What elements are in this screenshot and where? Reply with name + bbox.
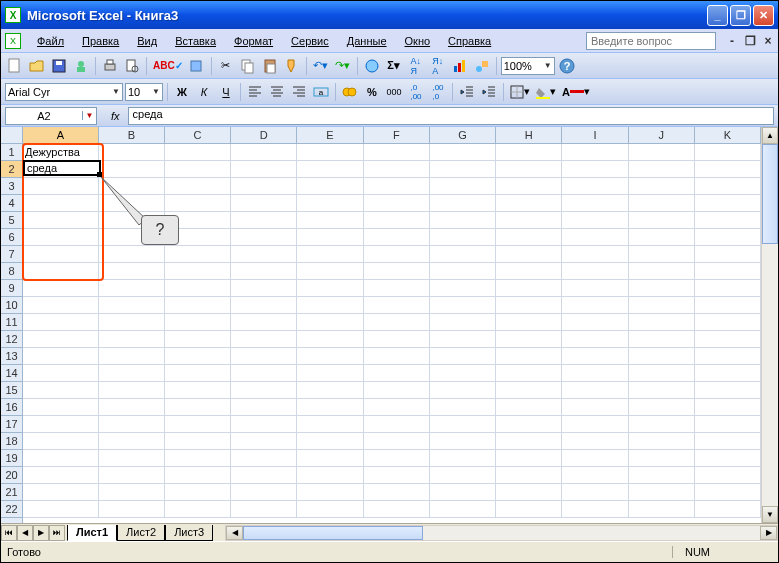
- redo-button[interactable]: ↷▾: [333, 56, 353, 76]
- column-header-H[interactable]: H: [496, 127, 562, 143]
- select-all-corner[interactable]: [1, 127, 23, 144]
- cell-I12[interactable]: [562, 331, 628, 348]
- cell-F20[interactable]: [364, 467, 430, 484]
- cell-D1[interactable]: [231, 144, 297, 161]
- new-button[interactable]: [5, 56, 25, 76]
- cell-F9[interactable]: [364, 280, 430, 297]
- row-header-11[interactable]: 11: [1, 314, 22, 331]
- scroll-right-button[interactable]: ▶: [760, 526, 777, 540]
- cell-G6[interactable]: [430, 229, 496, 246]
- cell-K5[interactable]: [695, 212, 761, 229]
- cell-K16[interactable]: [695, 399, 761, 416]
- cell-F22[interactable]: [364, 501, 430, 518]
- name-box[interactable]: A2 ▼: [5, 107, 97, 125]
- cell-B16[interactable]: [99, 399, 165, 416]
- cell-C1[interactable]: [165, 144, 231, 161]
- cell-B10[interactable]: [99, 297, 165, 314]
- cell-G2[interactable]: [430, 161, 496, 178]
- cell-A3[interactable]: [23, 178, 99, 195]
- cell-A4[interactable]: [23, 195, 99, 212]
- mdi-minimize-button[interactable]: -: [726, 35, 738, 47]
- cell-K12[interactable]: [695, 331, 761, 348]
- cell-E20[interactable]: [297, 467, 363, 484]
- cell-J8[interactable]: [629, 263, 695, 280]
- row-header-4[interactable]: 4: [1, 195, 22, 212]
- help-button[interactable]: ?: [557, 56, 577, 76]
- cell-J15[interactable]: [629, 382, 695, 399]
- column-header-F[interactable]: F: [364, 127, 430, 143]
- autosum-button[interactable]: Σ▾: [384, 56, 404, 76]
- cell-B21[interactable]: [99, 484, 165, 501]
- cell-I4[interactable]: [562, 195, 628, 212]
- cell-F15[interactable]: [364, 382, 430, 399]
- vscroll-thumb[interactable]: [762, 144, 778, 244]
- cell-C22[interactable]: [165, 501, 231, 518]
- hyperlink-button[interactable]: [362, 56, 382, 76]
- cell-C8[interactable]: [165, 263, 231, 280]
- cell-J11[interactable]: [629, 314, 695, 331]
- cell-K3[interactable]: [695, 178, 761, 195]
- cell-E9[interactable]: [297, 280, 363, 297]
- cell-G3[interactable]: [430, 178, 496, 195]
- cell-B8[interactable]: [99, 263, 165, 280]
- cell-J1[interactable]: [629, 144, 695, 161]
- cell-A13[interactable]: [23, 348, 99, 365]
- tab-nav-first[interactable]: ⏮: [1, 525, 17, 541]
- paste-button[interactable]: [260, 56, 280, 76]
- cell-C9[interactable]: [165, 280, 231, 297]
- cell-G13[interactable]: [430, 348, 496, 365]
- underline-button[interactable]: Ч: [216, 82, 236, 102]
- permissions-button[interactable]: [71, 56, 91, 76]
- drawing-button[interactable]: [472, 56, 492, 76]
- cell-D17[interactable]: [231, 416, 297, 433]
- cell-A8[interactable]: [23, 263, 99, 280]
- cell-H18[interactable]: [496, 433, 562, 450]
- sheet-tab-2[interactable]: Лист2: [117, 525, 165, 541]
- menu-edit[interactable]: Правка: [74, 33, 127, 49]
- cell-I17[interactable]: [562, 416, 628, 433]
- cell-K11[interactable]: [695, 314, 761, 331]
- borders-button[interactable]: ▾: [508, 82, 532, 102]
- cell-C2[interactable]: [165, 161, 231, 178]
- cell-K7[interactable]: [695, 246, 761, 263]
- column-header-J[interactable]: J: [629, 127, 695, 143]
- cell-F12[interactable]: [364, 331, 430, 348]
- scroll-left-button[interactable]: ◀: [226, 526, 243, 540]
- row-header-17[interactable]: 17: [1, 416, 22, 433]
- cell-B7[interactable]: [99, 246, 165, 263]
- vertical-scrollbar[interactable]: ▲ ▼: [761, 127, 778, 523]
- cell-C13[interactable]: [165, 348, 231, 365]
- menu-tools[interactable]: Сервис: [283, 33, 337, 49]
- cell-F18[interactable]: [364, 433, 430, 450]
- cell-J10[interactable]: [629, 297, 695, 314]
- cell-H13[interactable]: [496, 348, 562, 365]
- cell-C11[interactable]: [165, 314, 231, 331]
- currency-button[interactable]: [340, 82, 360, 102]
- cell-J3[interactable]: [629, 178, 695, 195]
- cell-K15[interactable]: [695, 382, 761, 399]
- cell-K9[interactable]: [695, 280, 761, 297]
- cell-G7[interactable]: [430, 246, 496, 263]
- increase-decimal-button[interactable]: ,0,00: [406, 82, 426, 102]
- cell-E19[interactable]: [297, 450, 363, 467]
- cell-D20[interactable]: [231, 467, 297, 484]
- cell-J13[interactable]: [629, 348, 695, 365]
- cell-G14[interactable]: [430, 365, 496, 382]
- cell-F14[interactable]: [364, 365, 430, 382]
- cell-J16[interactable]: [629, 399, 695, 416]
- cell-I10[interactable]: [562, 297, 628, 314]
- cell-I3[interactable]: [562, 178, 628, 195]
- cell-A7[interactable]: [23, 246, 99, 263]
- cell-I9[interactable]: [562, 280, 628, 297]
- fx-icon[interactable]: fx: [111, 110, 120, 122]
- column-header-D[interactable]: D: [231, 127, 297, 143]
- cell-K17[interactable]: [695, 416, 761, 433]
- cell-K10[interactable]: [695, 297, 761, 314]
- column-header-G[interactable]: G: [430, 127, 496, 143]
- name-box-dropdown-icon[interactable]: ▼: [82, 111, 96, 120]
- cell-I13[interactable]: [562, 348, 628, 365]
- menu-data[interactable]: Данные: [339, 33, 395, 49]
- cell-B22[interactable]: [99, 501, 165, 518]
- cell-G15[interactable]: [430, 382, 496, 399]
- cell-A20[interactable]: [23, 467, 99, 484]
